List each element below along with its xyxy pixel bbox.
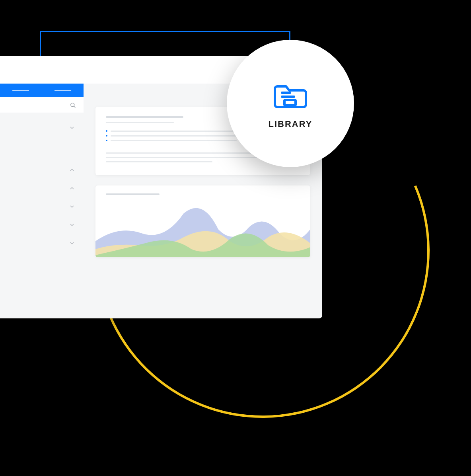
callout-label: LIBRARY: [269, 119, 313, 129]
chevron-up-icon: [70, 185, 74, 189]
sidebar-item[interactable]: [0, 214, 84, 232]
skeleton-heading: [106, 116, 183, 118]
chevron-up-icon: [70, 166, 74, 170]
area-chart: [95, 205, 310, 257]
sidebar-item[interactable]: [0, 178, 84, 196]
sidebar: [0, 97, 84, 318]
search-bar[interactable]: [0, 97, 84, 113]
chevron-down-icon: [70, 240, 74, 244]
tab-1[interactable]: [0, 84, 42, 97]
bullet-icon: [106, 135, 107, 137]
sidebar-item[interactable]: [0, 159, 84, 178]
skeleton-line: [106, 161, 212, 162]
tab-strip: [0, 84, 84, 97]
chevron-down-icon: [70, 203, 74, 207]
sidebar-nav: [0, 113, 84, 251]
library-folder-icon: [272, 78, 308, 109]
sidebar-item[interactable]: [0, 117, 84, 135]
sidebar-item[interactable]: [0, 196, 84, 214]
skeleton-line: [106, 157, 280, 158]
skeleton-chart-title: [106, 193, 160, 195]
skeleton-subheading: [106, 122, 174, 123]
bullet-icon: [106, 140, 107, 141]
svg-rect-9: [284, 100, 296, 105]
svg-line-6: [74, 106, 75, 107]
library-callout: LIBRARY: [227, 40, 354, 167]
bullet-icon: [106, 130, 107, 132]
skeleton-line: [106, 152, 261, 154]
callout-connector: [40, 31, 290, 32]
sidebar-item[interactable]: [0, 232, 84, 251]
chart-card: [95, 185, 310, 257]
chevron-down-icon: [70, 124, 74, 128]
search-icon: [69, 101, 76, 109]
chevron-down-icon: [70, 221, 74, 225]
tab-2[interactable]: [42, 84, 84, 97]
